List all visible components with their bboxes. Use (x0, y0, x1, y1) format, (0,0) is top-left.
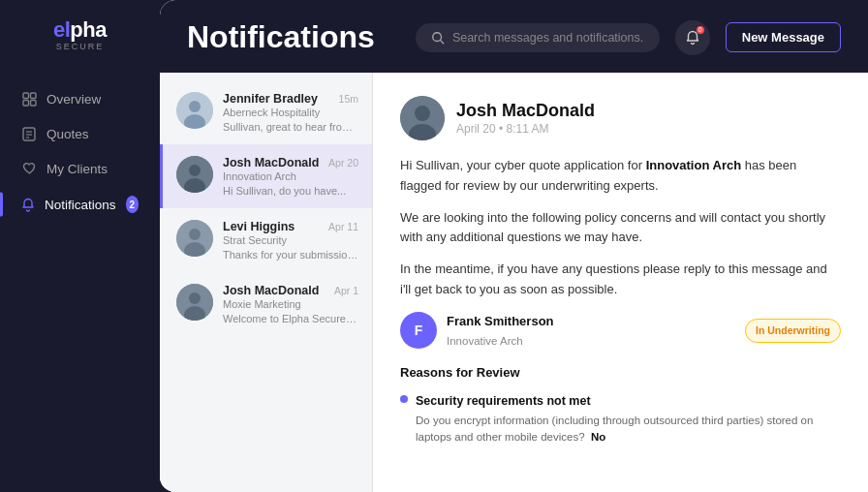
svg-rect-0 (23, 93, 29, 99)
sender-name: Josh MacDonald (223, 284, 319, 297)
sidebar-item-label: My Clients (46, 162, 108, 176)
sidebar-item-notifications[interactable]: Notifications 2 (10, 187, 150, 222)
avatar-img (176, 220, 213, 257)
reasons-title: Reasons for Review (400, 363, 841, 384)
bell-dot: 0 (697, 26, 704, 34)
svg-point-11 (189, 101, 201, 112)
sidebar-nav: Overview Quotes My Clients (0, 82, 160, 222)
message-time: Apr 1 (334, 285, 358, 296)
new-message-button[interactable]: New Message (726, 22, 841, 52)
list-item[interactable]: Levi Higgins Apr 11 Strat Security Thank… (160, 208, 372, 272)
reason-content: Security requirements not met Do you enc… (416, 391, 841, 446)
sender-company: Aberneck Hospitality (223, 107, 358, 118)
message-info: Levi Higgins Apr 11 Strat Security Thank… (223, 220, 358, 261)
svg-line-9 (441, 40, 444, 43)
sidebar-item-label: Overview (46, 92, 101, 107)
sender-name: Jennifer Bradley (223, 92, 318, 106)
status-badge: In Underwriting (745, 319, 841, 343)
sidebar-item-label: Notifications (45, 198, 116, 212)
avatar (176, 284, 213, 321)
active-indicator (0, 192, 3, 216)
list-item[interactable]: Josh MacDonald Apr 1 Moxie Marketing Wel… (160, 272, 372, 336)
detail-paragraph-2: We are looking into the following policy… (400, 208, 841, 249)
logo-area: elpha secure (0, 0, 160, 75)
reason-bullet (400, 395, 408, 403)
detail-header: Josh MacDonald April 20 • 8:11 AM (400, 96, 841, 140)
svg-point-23 (415, 106, 430, 121)
search-input[interactable] (452, 31, 644, 45)
message-preview: Thanks for your submission... (223, 249, 358, 261)
list-item[interactable]: Jennifer Bradley 15m Aberneck Hospitalit… (160, 80, 372, 144)
company-highlight: Innovation Arch (646, 158, 741, 172)
reason-item: Security requirements not met Do you enc… (400, 391, 841, 446)
sender-name: Levi Higgins (223, 220, 294, 233)
bell-icon (21, 197, 35, 212)
reviewer-card: F Frank Smitherson Innovative Arch In Un… (400, 312, 841, 350)
svg-point-17 (189, 229, 201, 240)
sidebar-item-clients[interactable]: My Clients (10, 152, 150, 185)
message-time: Apr 20 (328, 157, 358, 169)
message-info: Jennifer Bradley 15m Aberneck Hospitalit… (223, 92, 358, 133)
sidebar-item-quotes[interactable]: Quotes (10, 117, 150, 150)
reviewer-info: Frank Smitherson Innovative Arch (447, 312, 735, 350)
svg-rect-3 (30, 100, 36, 106)
svg-rect-1 (30, 93, 36, 99)
sender-name: Josh MacDonald (223, 156, 319, 169)
main-content: Notifications 0 New Message (160, 0, 868, 492)
detail-avatar (400, 96, 445, 140)
sidebar-item-label: Quotes (46, 127, 89, 141)
detail-paragraph-1: Hi Sullivan, your cyber quote applicatio… (400, 156, 841, 197)
sidebar: elpha secure Overview (0, 0, 160, 492)
detail-body: Hi Sullivan, your cyber quote applicatio… (400, 156, 841, 469)
message-list: Jennifer Bradley 15m Aberneck Hospitalit… (160, 73, 373, 492)
detail-paragraph-3: In the meantime, if you have any questio… (400, 260, 841, 300)
logo-subtitle: secure (56, 42, 105, 51)
detail-sender-info: Josh MacDonald April 20 • 8:11 AM (456, 101, 841, 136)
grid-icon (21, 91, 37, 107)
detail-avatar-img (400, 96, 445, 140)
avatar-img (176, 284, 213, 321)
reviewer-company: Innovative Arch (447, 332, 735, 350)
svg-rect-2 (23, 100, 29, 106)
message-preview: Sullivan, great to hear from... (223, 121, 358, 133)
svg-point-20 (189, 292, 201, 304)
sender-company: Innovation Arch (223, 170, 358, 182)
heart-icon (21, 161, 37, 176)
reviewer-name: Frank Smitherson (447, 312, 735, 332)
search-bar[interactable] (416, 23, 660, 52)
page-title: Notifications (187, 19, 400, 55)
avatar-img (176, 92, 213, 129)
file-icon (21, 126, 37, 141)
list-item[interactable]: Josh MacDonald Apr 20 Innovation Arch Hi… (160, 144, 372, 208)
detail-panel: Josh MacDonald April 20 • 8:11 AM Hi Sul… (373, 73, 868, 492)
logo-text: elpha (53, 19, 107, 41)
avatar (176, 156, 213, 193)
sidebar-item-overview[interactable]: Overview (10, 82, 150, 115)
avatar (176, 220, 213, 257)
reason-title: Security requirements not met (416, 391, 841, 411)
message-time: Apr 11 (328, 221, 358, 232)
detail-timestamp: April 20 • 8:11 AM (456, 122, 841, 136)
notification-badge: 2 (126, 196, 139, 213)
sender-company: Strat Security (223, 234, 358, 246)
reason-description: Do you encrypt information (including th… (416, 413, 841, 446)
message-preview: Hi Sullivan, do you have... (223, 185, 358, 197)
avatar-img (176, 156, 213, 193)
svg-point-14 (189, 165, 201, 176)
search-icon (431, 31, 445, 45)
reviewer-avatar: F (400, 312, 437, 349)
message-info: Josh MacDonald Apr 1 Moxie Marketing Wel… (223, 284, 358, 324)
message-time: 15m (339, 93, 358, 105)
message-info: Josh MacDonald Apr 20 Innovation Arch Hi… (223, 156, 358, 197)
content-area: Jennifer Bradley 15m Aberneck Hospitalit… (160, 73, 868, 492)
sender-company: Moxie Marketing (223, 298, 358, 310)
message-preview: Welcome to Elpha Secure y... (223, 313, 358, 324)
page-header: Notifications 0 New Message (160, 0, 868, 73)
avatar (176, 92, 213, 129)
bell-button[interactable]: 0 (675, 20, 710, 55)
detail-sender-name: Josh MacDonald (456, 101, 841, 121)
